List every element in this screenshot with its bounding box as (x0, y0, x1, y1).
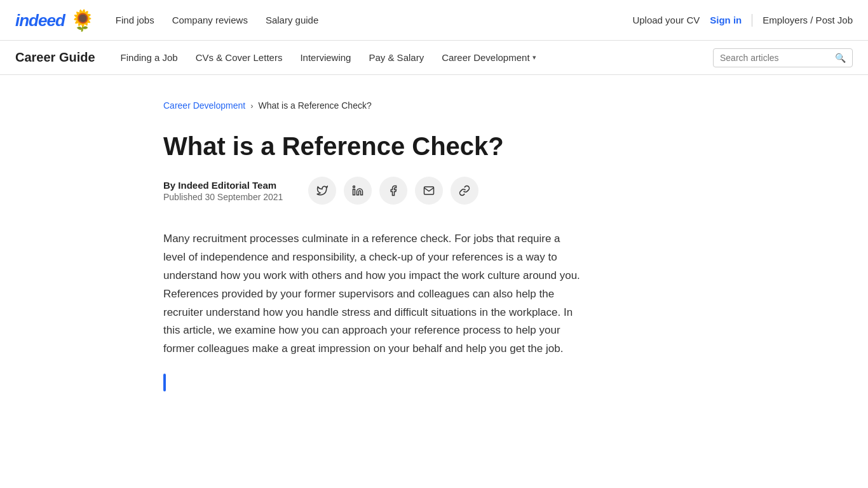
career-guide-navigation: Career Guide Finding a Job CVs & Cover L… (0, 41, 868, 75)
breadcrumb: Career Development › What is a Reference… (163, 100, 705, 111)
chevron-down-icon: ▾ (532, 53, 536, 62)
search-area[interactable]: 🔍 (713, 48, 853, 67)
salary-guide-link[interactable]: Salary guide (266, 15, 318, 25)
top-nav-right: Upload your CV Sign in Employers / Post … (632, 14, 853, 27)
finding-a-job-link[interactable]: Finding a Job (121, 52, 178, 63)
author-name: By Indeed Editorial Team (163, 180, 283, 191)
employers-post-job-link[interactable]: Employers / Post Job (763, 15, 853, 25)
sign-in-button[interactable]: Sign in (710, 15, 742, 25)
nav-divider (752, 14, 752, 27)
search-input[interactable] (720, 53, 831, 63)
email-share-button[interactable] (415, 177, 443, 205)
logo-area: indeed 🌻 (15, 8, 95, 32)
indeed-logo[interactable]: indeed (15, 10, 65, 30)
linkedin-share-button[interactable] (344, 177, 372, 205)
sunflower-icon: 🌻 (70, 8, 95, 32)
copy-link-share-button[interactable] (451, 177, 478, 205)
svg-rect-0 (353, 189, 355, 195)
career-nav-links: Finding a Job CVs & Cover Letters Interv… (121, 52, 713, 63)
search-icon: 🔍 (835, 53, 846, 63)
career-development-label: Career Development (442, 52, 529, 63)
svg-point-1 (353, 186, 355, 188)
facebook-share-button[interactable] (379, 177, 407, 205)
top-nav-left: indeed 🌻 Find jobs Company reviews Salar… (15, 8, 632, 32)
career-guide-title: Career Guide (15, 50, 95, 65)
share-buttons (308, 177, 478, 205)
section-marker-bar (163, 374, 166, 391)
career-development-dropdown[interactable]: Career Development ▾ (442, 52, 536, 63)
article-body: Many recruitment processes culminate in … (163, 230, 583, 358)
breadcrumb-chevron-icon: › (250, 101, 253, 111)
published-date: Published 30 September 2021 (163, 192, 283, 202)
top-nav-links: Find jobs Company reviews Salary guide (116, 15, 318, 25)
breadcrumb-current: What is a Reference Check? (259, 100, 372, 111)
top-navigation: indeed 🌻 Find jobs Company reviews Salar… (0, 0, 868, 41)
find-jobs-link[interactable]: Find jobs (116, 15, 154, 25)
company-reviews-link[interactable]: Company reviews (172, 15, 248, 25)
author-info: By Indeed Editorial Team Published 30 Se… (163, 180, 283, 202)
article-paragraph-1: Many recruitment processes culminate in … (163, 230, 583, 358)
breadcrumb-parent-link[interactable]: Career Development (163, 100, 245, 111)
author-share-row: By Indeed Editorial Team Published 30 Se… (163, 177, 705, 205)
upload-cv-link[interactable]: Upload your CV (632, 15, 700, 25)
pay-salary-link[interactable]: Pay & Salary (369, 52, 424, 63)
main-content: Career Development › What is a Reference… (148, 75, 720, 430)
cvs-cover-letters-link[interactable]: CVs & Cover Letters (196, 52, 283, 63)
twitter-share-button[interactable] (308, 177, 336, 205)
interviewing-link[interactable]: Interviewing (300, 52, 351, 63)
article-title: What is a Reference Check? (163, 131, 583, 161)
